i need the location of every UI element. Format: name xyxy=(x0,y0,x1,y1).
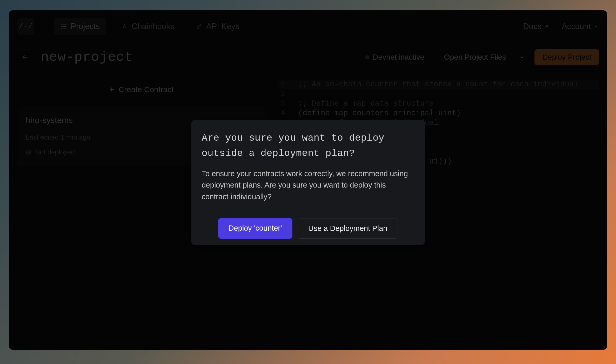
modal-backdrop[interactable]: Are you sure you want to deploy outside … xyxy=(9,10,607,350)
use-deployment-plan-button[interactable]: Use a Deployment Plan xyxy=(298,218,398,239)
modal-title: Are you sure you want to deploy outside … xyxy=(202,131,414,161)
deploy-counter-label: Deploy 'counter' xyxy=(229,224,282,232)
app-window: /·/ | Projects Chainhooks xyxy=(9,10,607,350)
use-deployment-plan-label: Use a Deployment Plan xyxy=(308,224,387,232)
deploy-counter-button[interactable]: Deploy 'counter' xyxy=(218,218,292,239)
deploy-confirmation-modal: Are you sure you want to deploy outside … xyxy=(191,120,425,245)
modal-body: To ensure your contracts work correctly,… xyxy=(202,168,414,202)
